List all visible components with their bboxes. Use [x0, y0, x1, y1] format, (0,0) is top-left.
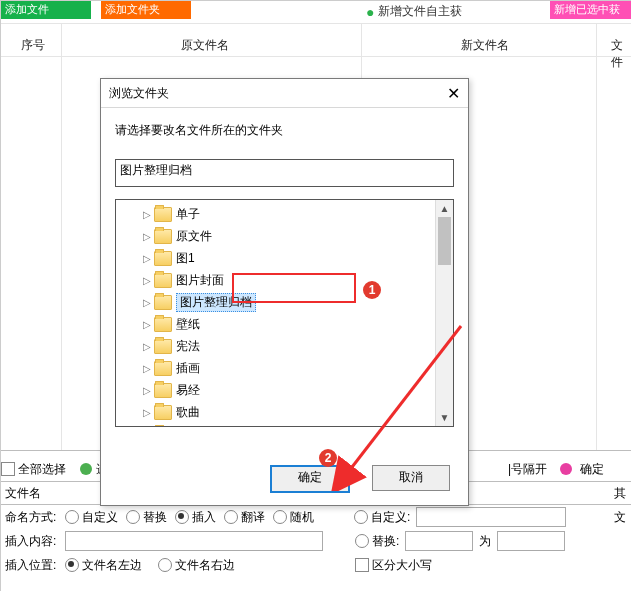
- case-checkbox[interactable]: [355, 558, 369, 572]
- green-dot-icon: [80, 463, 92, 475]
- tree-item[interactable]: ▷歌曲: [126, 402, 453, 422]
- tree-item[interactable]: ▷壁纸: [126, 314, 453, 334]
- column-seq: 序号: [21, 37, 45, 54]
- expand-icon[interactable]: ▷: [142, 407, 152, 418]
- insert-pos-label: 插入位置:: [1, 557, 65, 574]
- app-root: 添加文件 添加文件夹 ●新增文件自主获 新增已选中获 序号 原文件名 新文件名 …: [0, 0, 631, 591]
- expand-icon[interactable]: ▷: [142, 341, 152, 352]
- folder-icon: [154, 339, 172, 354]
- folder-icon: [154, 383, 172, 398]
- tree-item-label: 图片封面: [176, 272, 224, 289]
- other-section-label: 其: [614, 485, 626, 502]
- tree-item[interactable]: ▷图片整理归档: [126, 292, 453, 312]
- right-replace-radio[interactable]: [355, 534, 369, 548]
- tree-item[interactable]: ▷易经: [126, 380, 453, 400]
- path-display: 图片整理归档: [115, 159, 454, 187]
- tree-item-label: 歌曲: [176, 404, 200, 421]
- pos-left-radio[interactable]: [65, 558, 79, 572]
- expand-icon[interactable]: ▷: [142, 319, 152, 330]
- name-mode-label: 命名方式:: [1, 509, 65, 526]
- column-file: 文件: [611, 37, 631, 71]
- folder-icon: [154, 229, 172, 244]
- tree-item-label: 图片整理归档: [176, 293, 256, 312]
- folder-tree[interactable]: ▷单子▷原文件▷图1▷图片封面▷图片整理归档▷壁纸▷宪法▷插画▷易经▷歌曲▷电商…: [115, 199, 454, 427]
- insert-content-label: 插入内容:: [1, 533, 65, 550]
- insert-content-input[interactable]: [65, 531, 323, 551]
- mode-insert-radio[interactable]: [175, 510, 189, 524]
- close-icon[interactable]: ✕: [447, 84, 460, 103]
- add-file-button[interactable]: 添加文件: [1, 1, 91, 19]
- pink-button[interactable]: 新增已选中获: [550, 1, 631, 19]
- tree-item-label: 插画: [176, 360, 200, 377]
- expand-icon[interactable]: ▷: [142, 385, 152, 396]
- expand-icon[interactable]: ▷: [142, 297, 152, 308]
- replace-to-input[interactable]: [497, 531, 565, 551]
- right-custom-radio[interactable]: [354, 510, 368, 524]
- folder-icon: [154, 361, 172, 376]
- tree-item-label: 电商图片: [176, 426, 224, 428]
- separator-label: |号隔开: [508, 462, 547, 476]
- scroll-thumb[interactable]: [438, 217, 451, 265]
- dialog-message: 请选择要改名文件所在的文件夹: [115, 122, 454, 139]
- expand-icon[interactable]: ▷: [142, 231, 152, 242]
- expand-icon[interactable]: ▷: [142, 209, 152, 220]
- tree-item[interactable]: ▷图片封面: [126, 270, 453, 290]
- column-old-name: 原文件名: [181, 37, 229, 54]
- tree-item[interactable]: ▷原文件: [126, 226, 453, 246]
- expand-icon[interactable]: ▷: [142, 363, 152, 374]
- folder-icon: [154, 207, 172, 222]
- mode-replace-radio[interactable]: [126, 510, 140, 524]
- pos-right-radio[interactable]: [158, 558, 172, 572]
- tree-scrollbar[interactable]: ▲ ▼: [435, 200, 453, 426]
- folder-icon: [154, 317, 172, 332]
- tree-item-label: 单子: [176, 206, 200, 223]
- ok-button[interactable]: 确定: [270, 465, 350, 493]
- pink-dot-icon: [560, 463, 572, 475]
- tree-item-label: 易经: [176, 382, 200, 399]
- tree-item[interactable]: ▷电商图片: [126, 424, 453, 427]
- folder-icon: [154, 427, 172, 428]
- folder-icon: [154, 405, 172, 420]
- tree-item-label: 宪法: [176, 338, 200, 355]
- mode-custom-radio[interactable]: [65, 510, 79, 524]
- wen-label: 文: [614, 509, 626, 526]
- annotation-badge-1: 1: [363, 281, 381, 299]
- select-all-checkbox[interactable]: [1, 462, 15, 476]
- annotation-badge-2: 2: [319, 449, 337, 467]
- tree-item-label: 原文件: [176, 228, 212, 245]
- column-new-name: 新文件名: [461, 37, 509, 54]
- status-text: ●新增文件自主获: [366, 3, 462, 20]
- folder-icon: [154, 251, 172, 266]
- browse-folder-dialog: 浏览文件夹 ✕ 请选择要改名文件所在的文件夹 图片整理归档 ▷单子▷原文件▷图1…: [100, 78, 469, 506]
- filename-section-label: 文件名: [1, 485, 65, 502]
- expand-icon[interactable]: ▷: [142, 253, 152, 264]
- replace-from-input[interactable]: [405, 531, 473, 551]
- tree-item[interactable]: ▷插画: [126, 358, 453, 378]
- tree-item[interactable]: ▷宪法: [126, 336, 453, 356]
- cancel-button[interactable]: 取消: [372, 465, 450, 491]
- expand-icon[interactable]: ▷: [142, 275, 152, 286]
- folder-icon: [154, 273, 172, 288]
- folder-icon: [154, 295, 172, 310]
- mode-translate-radio[interactable]: [224, 510, 238, 524]
- mode-random-radio[interactable]: [273, 510, 287, 524]
- tree-item-label: 图1: [176, 250, 195, 267]
- scroll-down-icon[interactable]: ▼: [436, 409, 453, 426]
- select-all-label: 全部选择: [18, 461, 66, 478]
- scroll-up-icon[interactable]: ▲: [436, 200, 453, 217]
- tree-item[interactable]: ▷图1: [126, 248, 453, 268]
- add-folder-button[interactable]: 添加文件夹: [101, 1, 191, 19]
- confirm-label[interactable]: 确定: [580, 462, 604, 476]
- dialog-title: 浏览文件夹: [109, 85, 169, 102]
- right-custom-input[interactable]: [416, 507, 566, 527]
- tree-item-label: 壁纸: [176, 316, 200, 333]
- tree-item[interactable]: ▷单子: [126, 204, 453, 224]
